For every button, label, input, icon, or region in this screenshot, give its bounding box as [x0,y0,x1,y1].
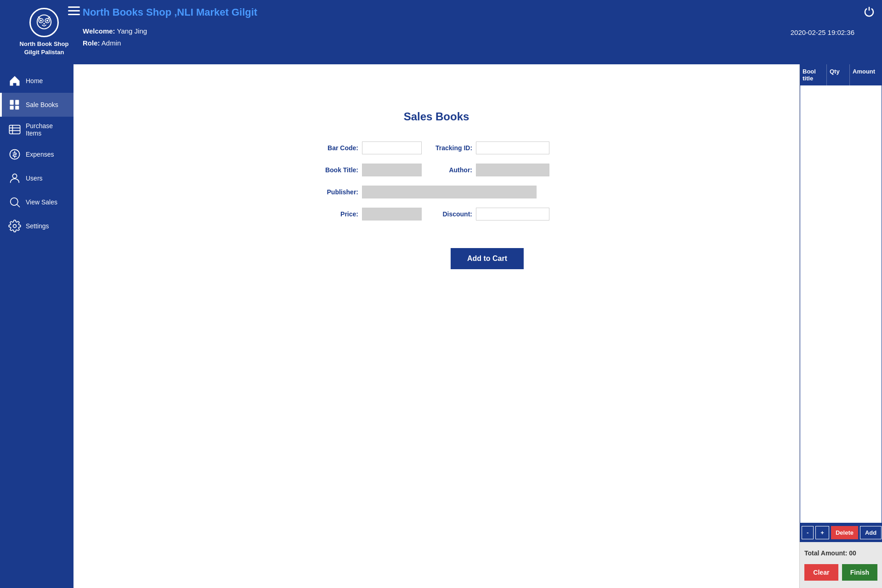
svg-point-16 [11,198,18,205]
discount-input[interactable] [476,208,549,220]
sidebar-item-users[interactable]: Users [0,166,74,190]
sidebar-item-settings[interactable]: Settings [0,214,74,238]
cart-panel: Bool title Qty Amount - + Delete Add Tot… [799,64,882,588]
tracking-id-input[interactable] [476,141,549,154]
expenses-icon [8,148,21,161]
sale-books-icon [8,98,21,111]
datetime-display: 2020-02-25 19:02:36 [791,28,854,36]
shop-name: North Book Shop Gilgit Palistan [20,40,69,57]
svg-point-18 [13,225,17,228]
author-group: Author: [435,164,549,176]
svg-point-3 [40,20,42,22]
svg-point-5 [43,23,45,24]
form-row-1: Bar Code: Tracking ID: [322,141,551,154]
finish-button[interactable]: Finish [842,564,877,581]
settings-icon [8,220,21,232]
book-title-group: Book Title: [322,164,422,176]
cart-delete-button[interactable]: Delete [831,526,858,539]
sidebar: Home Sale Books Purchase Items [0,64,74,588]
cart-table-header: Bool title Qty Amount [800,64,882,85]
svg-rect-7 [15,100,19,105]
form-grid: Bar Code: Tracking ID: Book Title: [322,141,551,269]
purchase-items-icon [8,123,21,136]
svg-point-4 [46,20,48,22]
book-title-label: Book Title: [322,166,358,174]
discount-group: Discount: [435,208,549,220]
header: North Book Shop Gilgit Palistan North Bo… [0,0,882,64]
publisher-label: Publisher: [322,188,358,196]
sidebar-item-sale-books[interactable]: Sale Books [0,93,74,117]
welcome-area: Welcome: Yang Jing Role: Admin [83,25,147,49]
publisher-group: Publisher: [322,186,537,198]
barcode-label: Bar Code: [322,144,358,152]
discount-label: Discount: [435,210,472,218]
tracking-id-label: Tracking ID: [435,144,472,152]
cart-total-area: Total Amount: 00 Clear Finish [800,542,882,588]
form-title: Sales Books [404,110,469,123]
sidebar-item-purchase-items[interactable]: Purchase Items [0,117,74,142]
barcode-input[interactable] [362,141,422,154]
form-row-2: Book Title: Author: [322,164,551,176]
sidebar-item-view-sales[interactable]: View Sales [0,190,74,214]
logo [29,8,59,37]
svg-rect-8 [10,106,14,109]
content-area: Sales Books Bar Code: Tracking ID: [74,64,882,588]
cart-items-body [800,85,882,523]
book-title-input[interactable] [362,164,422,176]
sales-form-area: Sales Books Bar Code: Tracking ID: [74,64,799,588]
svg-point-15 [12,174,17,178]
form-row-3: Publisher: [322,186,551,198]
price-input[interactable] [362,208,422,220]
cart-total-label: Total Amount: 00 [804,549,877,557]
svg-line-17 [17,204,19,207]
cart-plus-button[interactable]: + [815,526,829,539]
barcode-group: Bar Code: [322,141,422,154]
users-icon [8,172,21,185]
svg-rect-10 [9,125,20,134]
price-group: Price: [322,208,422,220]
form-row-4: Price: Discount: [322,208,551,220]
cart-minus-button[interactable]: - [802,526,814,539]
cart-col-book-title: Bool title [800,64,827,85]
logo-icon [34,12,54,33]
author-label: Author: [435,166,472,174]
add-to-cart-row: Add to Cart [322,234,551,269]
price-label: Price: [322,210,358,218]
cart-add-button[interactable]: Add [860,526,882,539]
power-button[interactable] [864,6,875,20]
home-icon [8,74,21,87]
clear-button[interactable]: Clear [804,564,838,581]
svg-rect-9 [15,106,19,109]
author-input[interactable] [476,164,549,176]
hamburger-menu[interactable] [68,6,80,15]
app-title: North Books Shop ,NLI Market Gilgit [83,6,257,18]
sidebar-item-expenses[interactable]: Expenses [0,142,74,166]
cart-col-amount: Amount [850,64,882,85]
svg-rect-6 [10,100,14,105]
tracking-id-group: Tracking ID: [435,141,549,154]
publisher-input[interactable] [362,186,537,198]
cart-bottom-buttons: Clear Finish [804,564,877,581]
sidebar-item-home[interactable]: Home [0,69,74,93]
cart-action-buttons: - + Delete Add [800,523,882,542]
cart-col-qty: Qty [827,64,850,85]
view-sales-icon [8,196,21,209]
add-to-cart-button[interactable]: Add to Cart [451,248,524,269]
main-layout: Home Sale Books Purchase Items [0,64,882,588]
